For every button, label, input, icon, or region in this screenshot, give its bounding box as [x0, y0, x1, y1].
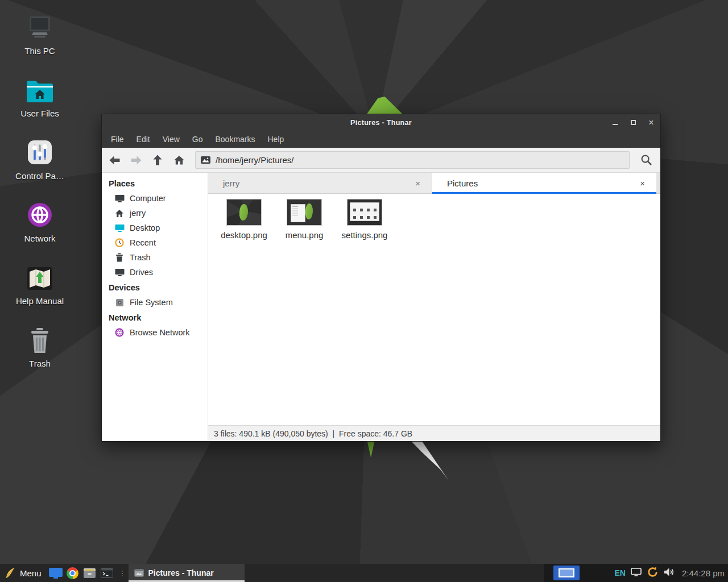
display-settings-tray-button[interactable] [631, 568, 642, 579]
maximize-button[interactable] [624, 114, 642, 131]
desktop-icon-this-pc[interactable]: This PC [6, 13, 74, 75]
file-thumbnail [347, 199, 382, 226]
sidebar-item-browse-network[interactable]: Browse Network [102, 325, 208, 340]
speaker-icon [664, 567, 675, 577]
menu-edit[interactable]: Edit [130, 131, 156, 148]
linux-lite-feather-icon [5, 567, 15, 579]
back-icon [109, 156, 120, 165]
minimize-icon [613, 124, 618, 125]
workspace-pager[interactable] [553, 566, 580, 580]
window-body: Places Computer jerry Desktop Recent [102, 173, 660, 441]
volume-tray-button[interactable] [664, 567, 675, 579]
update-manager-tray-button[interactable] [647, 566, 659, 580]
file-cabinet-icon [83, 568, 96, 579]
clock[interactable]: 2:44:28 pm [682, 568, 725, 578]
desktop-icon-help-manual[interactable]: Help Manual [6, 263, 74, 325]
minimize-button[interactable] [606, 114, 624, 131]
tab-label: Pictures [447, 178, 478, 188]
panel-handle-icon: ⋮ [115, 569, 129, 577]
network-globe-icon [26, 200, 53, 228]
sidebar-item-recent[interactable]: Recent [102, 235, 208, 250]
sidebar-item-drives[interactable]: Drives [102, 265, 208, 280]
keyboard-layout-indicator[interactable]: EN [614, 568, 625, 577]
status-bar: 3 files: 490.1 kB (490,050 bytes) | Free… [208, 425, 660, 441]
file-thumbnail [287, 199, 322, 226]
sidebar-item-desktop[interactable]: Desktop [102, 221, 208, 235]
computer-icon [114, 194, 125, 203]
titlebar[interactable]: Pictures - Thunar × [102, 114, 660, 131]
show-desktop-launcher[interactable] [47, 564, 64, 582]
sidebar-item-trash[interactable]: Trash [102, 250, 208, 265]
taskbar: Menu ⋮ Pictures - Thunar EN [0, 564, 728, 582]
desktop-icon-user-files[interactable]: User Files [6, 75, 74, 138]
menu-go[interactable]: Go [186, 131, 209, 148]
back-button[interactable] [104, 151, 125, 170]
up-button[interactable] [147, 151, 168, 170]
tab-close-icon[interactable]: × [638, 177, 647, 189]
file-menu-png[interactable]: menu.png [276, 199, 332, 240]
workspace-1 [559, 568, 574, 577]
desktop-icon-label: Control Pa… [15, 171, 64, 181]
menu-bookmarks[interactable]: Bookmarks [209, 131, 261, 148]
chrome-launcher[interactable] [64, 564, 81, 582]
sidebar-item-label: Trash [130, 253, 151, 262]
desktop-icon-network[interactable]: Network [6, 200, 74, 263]
file-name: menu.png [286, 230, 324, 240]
sidebar-item-file-system[interactable]: File System [102, 295, 208, 310]
desktop-icon-label: Trash [29, 359, 51, 368]
close-button[interactable]: × [642, 114, 660, 131]
status-text: 3 files: 490.1 kB (490,050 bytes) | Free… [214, 429, 412, 438]
tab-jerry[interactable]: jerry × [208, 173, 432, 193]
sidebar-item-label: Desktop [130, 223, 160, 232]
desktop-icon-control-panel[interactable]: Control Pa… [6, 138, 74, 200]
sidebar-item-label: jerry [130, 209, 146, 218]
task-button-label: Pictures - Thunar [148, 568, 214, 577]
tab-bar: jerry × Pictures × [208, 173, 660, 194]
file-settings-png[interactable]: settings.png [337, 199, 392, 240]
file-name: desktop.png [221, 230, 267, 240]
sidebar-header-places: Places [102, 176, 208, 191]
file-desktop-png[interactable]: desktop.png [216, 199, 272, 240]
recent-clock-icon [114, 238, 125, 247]
file-thumbnail [226, 199, 262, 226]
folder-home-icon [26, 75, 54, 103]
sidebar-item-label: Browse Network [130, 328, 190, 337]
terminal-launcher[interactable] [98, 564, 115, 582]
sidebar-item-label: Recent [130, 238, 156, 247]
main-pane: jerry × Pictures × desktop.png [208, 173, 660, 441]
file-view[interactable]: desktop.png menu.png settings.png [208, 194, 660, 425]
file-manager-launcher[interactable] [81, 564, 98, 582]
app-menu-button[interactable]: Menu [0, 564, 47, 582]
path-bar[interactable]: /home/jerry/Pictures/ [195, 151, 630, 169]
help-manual-icon [26, 263, 53, 291]
maximize-icon [631, 120, 636, 125]
tab-label: jerry [223, 178, 239, 188]
menubar: File Edit View Go Bookmarks Help [102, 131, 660, 148]
sidebar-header-devices: Devices [102, 280, 208, 295]
sidebar-item-computer[interactable]: Computer [102, 191, 208, 206]
desktop-icon-label: Help Manual [16, 296, 64, 306]
trash-icon [114, 253, 125, 262]
home-icon [174, 156, 184, 165]
desktop-icon-column: This PC User Files Control Pa… Network H… [6, 13, 74, 388]
terminal-icon [101, 568, 113, 578]
network-globe-icon [114, 328, 125, 337]
chrome-icon [67, 567, 78, 579]
thunar-window: Pictures - Thunar × File Edit View Go Bo… [101, 114, 661, 442]
home-button[interactable] [169, 151, 189, 170]
display-icon [631, 568, 642, 576]
forward-button[interactable] [126, 151, 146, 170]
forward-icon [131, 156, 142, 165]
menu-view[interactable]: View [156, 131, 186, 148]
search-button[interactable] [636, 151, 656, 170]
menu-help[interactable]: Help [262, 131, 291, 148]
tab-pictures[interactable]: Pictures × [432, 173, 656, 193]
menu-button-label: Menu [20, 568, 42, 578]
tab-close-icon[interactable]: × [413, 177, 423, 189]
desktop-icon-trash[interactable]: Trash [6, 325, 74, 388]
close-icon: × [648, 118, 653, 127]
sidebar-item-label: Computer [130, 194, 166, 203]
sidebar-item-jerry[interactable]: jerry [102, 206, 208, 221]
task-button-thunar[interactable]: Pictures - Thunar [129, 564, 245, 582]
menu-file[interactable]: File [105, 131, 130, 148]
